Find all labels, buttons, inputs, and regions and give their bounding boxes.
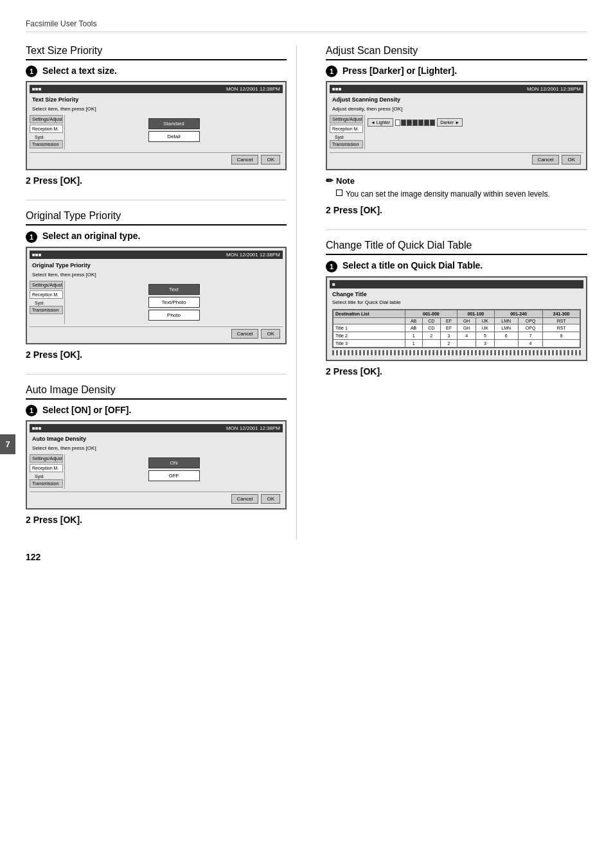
btn-standard: Standard <box>148 118 200 129</box>
qdial-r2c5: 5 <box>476 332 494 339</box>
screen-time-3: MON 12/2001 12:38PM <box>226 425 280 431</box>
qdial-sub-ijk: IJK <box>476 317 494 324</box>
step1-text-size: 1 Select a text size. <box>26 66 287 77</box>
screen-footer-2: Cancel OK <box>30 326 283 341</box>
step-num-1b: 1 <box>26 231 37 243</box>
screen-subtitle-3: Select item, then press [OK] <box>30 445 283 452</box>
screen-header-3: ■■■ MON 12/2001 12:38PM <box>30 424 283 432</box>
qdial-r2c6: 6 <box>494 332 518 339</box>
scan-density-screen: ■■■ MON 12/2001 12:38PM Adjust Scanning … <box>326 81 587 170</box>
screen-title-2: Original Type Priority <box>30 261 283 270</box>
btn-text: Text <box>148 284 200 295</box>
screen-title-4: Adjust Scanning Density <box>330 95 583 104</box>
note-icon: ✏ <box>326 175 333 186</box>
screen-time-2: MON 12/2001 12:38PM <box>226 252 280 258</box>
sidebar4-reception: Reception M. <box>330 125 363 133</box>
screen-content: Standard Detail <box>65 115 283 150</box>
qdial-r3c5: 3 <box>476 339 494 347</box>
sidebar-sub-syst: Syst <box>33 134 63 140</box>
density-sq-4 <box>413 120 418 126</box>
screen-logo-2: ■■■ <box>32 252 42 258</box>
density-sq-7 <box>430 120 435 126</box>
screen-content-4: ◄ Lighter Darker ► <box>365 115 583 150</box>
chapter-number: 7 <box>5 439 10 449</box>
sidebar2-trans: Transmission <box>30 306 63 314</box>
qdial-r1c2: CD <box>422 324 440 332</box>
step2-auto-density-label: Press [OK]. <box>33 515 82 525</box>
qdial-col-range2: 001-100 <box>458 310 495 317</box>
sidebar3-settings: Settings/Adjust <box>30 454 63 463</box>
btn-textphoto: Text/Photo <box>148 297 200 308</box>
sidebar4-settings: Settings/Adjust <box>330 115 363 123</box>
note-box: ✏ Note You can set the image density man… <box>326 175 587 200</box>
btn-off: OFF <box>148 470 200 481</box>
qdial-sub-empty <box>333 317 405 324</box>
qdial-r3c4 <box>458 339 476 347</box>
screen-logo-3: ■■■ <box>32 425 42 431</box>
screen-footer-4: Cancel OK <box>330 152 583 166</box>
qdial-r3c6 <box>494 339 518 347</box>
screen-title: Text Size Priority <box>30 95 283 104</box>
density-sq-2 <box>401 120 406 126</box>
btn-photo: Photo <box>148 310 200 321</box>
density-bar: ◄ Lighter Darker ► <box>368 116 581 128</box>
screen-sidebar-4: Settings/Adjust Reception M. Syst Transm… <box>330 115 365 150</box>
screen-subtitle: Select item, then press [OK] <box>30 105 283 112</box>
screen-time-4: MON 12/2001 12:38PM <box>527 86 581 92</box>
qdial-r3c3: 2 <box>440 339 457 347</box>
note-item-1: You can set the image density manually w… <box>346 188 550 200</box>
screen-sidebar: Settings/Adjust Reception M. Syst Transm… <box>30 115 65 150</box>
btn-on: ON <box>148 457 200 468</box>
sidebar-tab-settings: Settings/Adjust <box>30 115 63 123</box>
section-auto-image-density: Auto Image Density 1 Select [ON] or [OFF… <box>26 384 287 525</box>
step-num-1c: 1 <box>26 405 37 416</box>
step1-auto-density: 1 Select [ON] or [OFF]. <box>26 405 287 416</box>
darker-btn: Darker ► <box>437 118 463 127</box>
sidebar3-reception: Reception M. <box>30 464 63 472</box>
original-type-screen: ■■■ MON 12/2001 12:38PM Original Type Pr… <box>26 247 287 344</box>
section-quick-dial-title: Change Title of Quick Dial Table 1 Selec… <box>326 240 587 376</box>
step2-quick-dial: 2 Press [OK]. <box>326 366 587 376</box>
page-header: Facsimile User Tools <box>26 19 587 32</box>
qdial-title: Change Title <box>330 290 583 299</box>
sidebar4-sub: Syst <box>333 134 363 140</box>
qdial-sub-lmn: LMN <box>494 317 518 324</box>
step-num-1: 1 <box>26 66 37 77</box>
step-num-1d: 1 <box>326 66 337 77</box>
qdial-r1c3: EF <box>440 324 457 332</box>
qdial-sub-gh: GH <box>458 317 476 324</box>
section-title-original: Original Type Priority <box>26 210 287 226</box>
screen-subtitle-4: Adjust density, then press [OK] <box>330 105 583 112</box>
qdial-logo: ■ <box>332 281 335 287</box>
qdial-r2c1: 1 <box>405 332 422 339</box>
sidebar3-trans: Transmission <box>30 479 63 488</box>
screen-logo: ■■■ <box>32 86 42 92</box>
footer-cancel: Cancel <box>231 155 259 164</box>
btn-detail: Detail <box>148 131 200 142</box>
sidebar2-sub: Syst <box>33 300 63 306</box>
text-size-screen: ■■■ MON 12/2001 12:38PM Text Size Priori… <box>26 81 287 170</box>
auto-density-screen: ■■■ MON 12/2001 12:38PM Auto Image Densi… <box>26 420 287 509</box>
footer-cancel-4: Cancel <box>532 155 560 164</box>
density-squares <box>395 120 435 126</box>
qdial-r1c6: LMN <box>494 324 518 332</box>
qdial-row1-label: Title 1 <box>333 324 405 332</box>
qdial-col-range1: 001-000 <box>405 310 457 317</box>
step-num-2c: 2 <box>26 515 31 525</box>
footer-ok-3: OK <box>261 494 280 504</box>
qdial-col-range3: 001-240 <box>494 310 543 317</box>
step1-quick-dial-label: Select a title on Quick Dial Table. <box>342 260 483 270</box>
checkbox-icon <box>336 190 342 196</box>
qdial-r1c1: AB <box>405 324 422 332</box>
qdial-r2c2: 2 <box>422 332 440 339</box>
sidebar4-trans: Transmission <box>330 140 363 148</box>
step1-quick-dial: 1 Select a title on Quick Dial Table. <box>326 260 587 272</box>
qdial-r3c7: 4 <box>518 339 543 347</box>
step1-text-size-label: Select a text size. <box>42 66 117 76</box>
section-title-scan-density: Adjust Scan Density <box>326 45 587 60</box>
page-chapter-tab: 7 <box>0 434 15 454</box>
qdial-r1c8: RST <box>543 324 580 332</box>
screen-header-2: ■■■ MON 12/2001 12:38PM <box>30 251 283 259</box>
step-num-2: 2 <box>26 175 31 186</box>
density-sq-3 <box>407 120 412 126</box>
